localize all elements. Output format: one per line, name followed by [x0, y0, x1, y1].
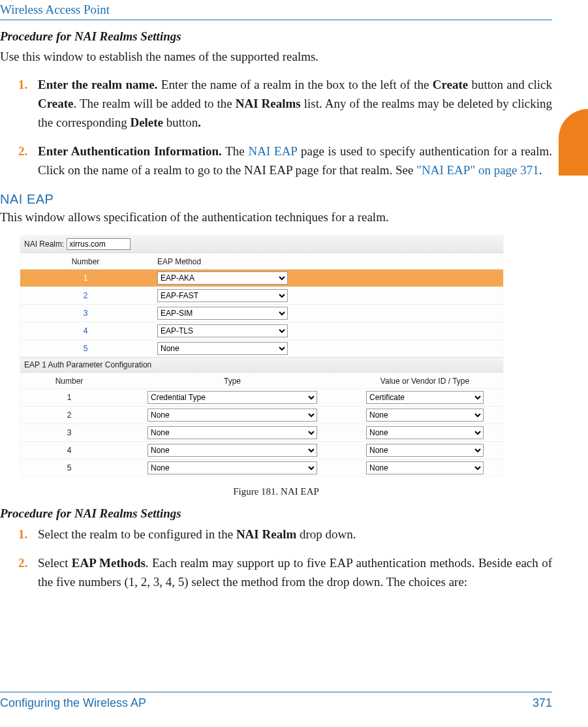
- bold: NAI Realms: [236, 97, 301, 110]
- footer-rule: [0, 692, 552, 692]
- param-row-number: 4: [20, 446, 118, 455]
- param-type-select[interactable]: None: [147, 444, 317, 457]
- param-row: 1 Credential Type Certificate: [20, 388, 503, 406]
- figure-nai-eap: NAI Realm: Number EAP Method 1 EAP-AKA 2…: [20, 235, 504, 477]
- proc1-step1: 1. Enter the realm name. Enter the name …: [0, 75, 552, 132]
- eap-row[interactable]: 5 None: [20, 339, 503, 357]
- text: Select: [38, 556, 72, 570]
- bold: Delete: [130, 116, 163, 129]
- text: The: [222, 144, 249, 158]
- step-lead: Enter Authentication Information.: [38, 144, 222, 158]
- proc1-step2: 2. Enter Authentication Information. The…: [0, 142, 552, 180]
- step-number: 1.: [18, 75, 27, 94]
- eap-row[interactable]: 2 EAP-FAST: [20, 286, 503, 304]
- text: button and click: [468, 78, 552, 91]
- param-value-select[interactable]: None: [366, 409, 484, 422]
- param-value-select[interactable]: Certificate: [366, 391, 484, 404]
- eap-table-header: Number EAP Method: [20, 253, 503, 269]
- param-type-select[interactable]: Credential Type: [147, 391, 317, 404]
- param-value-select[interactable]: None: [366, 461, 484, 474]
- param-value-select[interactable]: None: [366, 444, 484, 457]
- text: .: [539, 163, 542, 177]
- eap-row-number: 4: [20, 326, 151, 335]
- header-rule: [0, 20, 552, 20]
- eap-method-select[interactable]: EAP-SIM: [157, 307, 288, 320]
- eap-row[interactable]: 4 EAP-TLS: [20, 322, 503, 339]
- param-row: 2 None None: [20, 406, 503, 424]
- eap-row-number: 5: [20, 344, 151, 353]
- text: Enter the name of a realm in the box to …: [158, 78, 433, 91]
- step-lead: Enter the realm name.: [38, 78, 158, 91]
- bold: EAP Methods: [72, 556, 146, 570]
- eap-method-select[interactable]: None: [157, 342, 288, 355]
- eap-row-number: 3: [20, 309, 151, 318]
- section-intro: This window allows specification of the …: [0, 208, 552, 226]
- eap-row-number: 1: [20, 273, 151, 283]
- eap-method-select[interactable]: EAP-FAST: [157, 289, 288, 302]
- nai-realm-label: NAI Realm:: [24, 240, 64, 249]
- text: drop down.: [296, 527, 356, 541]
- page-number: 371: [533, 696, 552, 710]
- page-footer: Configuring the Wireless AP 371: [0, 692, 552, 710]
- param-row-number: 1: [20, 393, 118, 402]
- param-type-select[interactable]: None: [147, 426, 317, 439]
- footer-section-title: Configuring the Wireless AP: [0, 696, 146, 710]
- text: Select the realm to be configured in the: [38, 527, 236, 541]
- eap-method-select[interactable]: EAP-TLS: [157, 324, 288, 337]
- eap-row-number: 2: [20, 291, 151, 300]
- step-number: 2.: [18, 142, 27, 161]
- param-value-select[interactable]: None: [366, 426, 484, 439]
- text: . The realm will be added to the: [74, 97, 236, 110]
- bold: .: [198, 116, 201, 129]
- param-type-select[interactable]: None: [147, 461, 317, 474]
- section-heading-nai-eap: NAI EAP: [0, 192, 552, 207]
- proc2-step1: 1. Select the realm to be configured in …: [0, 525, 552, 544]
- bold: Create: [38, 97, 74, 110]
- param-row: 4 None None: [20, 441, 503, 459]
- param-row-number: 2: [20, 410, 118, 420]
- nai-realm-bar: NAI Realm:: [20, 236, 503, 253]
- step-number: 2.: [18, 553, 27, 572]
- eap-row[interactable]: 3 EAP-SIM: [20, 304, 503, 322]
- param-row: 3 None None: [20, 424, 503, 441]
- nai-realm-input[interactable]: [67, 238, 131, 250]
- side-tab: [559, 109, 588, 176]
- col-number: Number: [20, 257, 151, 266]
- param-row-number: 5: [20, 463, 118, 472]
- eap-method-select[interactable]: EAP-AKA: [157, 271, 288, 285]
- link-nai-eap[interactable]: NAI EAP: [249, 144, 298, 158]
- col-value: Value or Vendor ID / Type: [347, 377, 503, 386]
- eap-row[interactable]: 1 EAP-AKA: [20, 269, 503, 286]
- text: button: [163, 116, 198, 129]
- procedure-1-intro: Use this window to establish the names o…: [0, 48, 552, 66]
- param-table-header: Number Type Value or Vendor ID / Type: [20, 373, 503, 388]
- eap-auth-param-header: EAP 1 Auth Parameter Configuration: [20, 357, 503, 373]
- col-type: Type: [118, 377, 347, 386]
- step-number: 1.: [18, 525, 27, 544]
- proc2-step2: 2. Select EAP Methods. Each realm may su…: [0, 553, 552, 592]
- param-type-select[interactable]: None: [147, 409, 317, 422]
- procedure-1-heading: Procedure for NAI Realms Settings: [0, 29, 552, 44]
- running-header: Wireless Access Point: [0, 3, 552, 17]
- bold: NAI Realm: [236, 527, 296, 541]
- bold: Create: [433, 78, 469, 91]
- param-row-number: 3: [20, 428, 118, 437]
- param-row: 5 None None: [20, 459, 503, 476]
- col-number: Number: [20, 377, 118, 386]
- link-nai-eap-page[interactable]: "NAI EAP" on page 371: [416, 163, 539, 177]
- procedure-2-heading: Procedure for NAI Realms Settings: [0, 506, 552, 521]
- col-eap-method: EAP Method: [151, 257, 503, 266]
- figure-caption: Figure 181. NAI EAP: [0, 486, 552, 497]
